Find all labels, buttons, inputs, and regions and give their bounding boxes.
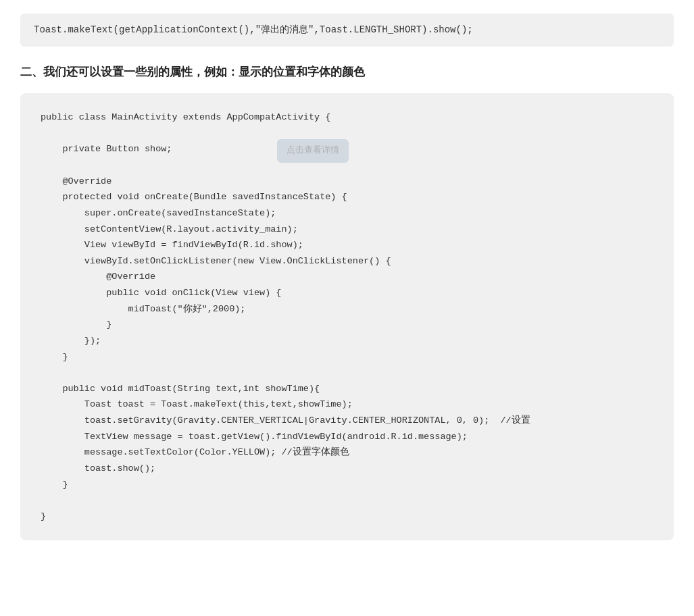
code-line: message.setTextColor(Color.YELLOW); //设置… [41, 444, 653, 461]
code-line [41, 492, 653, 509]
code-line [41, 157, 653, 174]
code-line: viewById.setOnClickListener(new View.OnC… [41, 253, 653, 270]
inline-code-text: Toast.makeText(getApplicationContext(),"… [34, 24, 473, 35]
code-line [41, 365, 653, 381]
code-line: @Override [41, 174, 653, 190]
code-line: } [41, 509, 653, 525]
code-line: }); [41, 333, 653, 349]
code-lines: public class MainActivity extends AppCom… [41, 109, 653, 524]
inline-code-snippet: Toast.makeText(getApplicationContext(),"… [20, 14, 674, 47]
code-line: } [41, 477, 653, 493]
code-line: public class MainActivity extends AppCom… [41, 109, 653, 126]
code-line: Toast toast = Toast.makeText(this,text,s… [41, 396, 653, 413]
code-line: @Override [41, 269, 653, 285]
code-line: setContentView(R.layout.activity_main); [41, 222, 653, 238]
section-heading: 二、我们还可以设置一些别的属性，例如：显示的位置和字体的颜色 [20, 63, 674, 81]
code-line: protected void onCreate(Bundle savedInst… [41, 189, 653, 205]
code-line: public void onClick(View view) { [41, 285, 653, 301]
main-code-block: 点击查看详情 public class MainActivity extends… [20, 93, 674, 540]
code-line: } [41, 317, 653, 333]
code-line [41, 126, 653, 142]
code-line: } [41, 349, 653, 365]
code-line: toast.setGravity(Gravity.CENTER_VERTICAL… [41, 413, 653, 429]
code-line: private Button show; [41, 141, 653, 157]
code-line: toast.show(); [41, 461, 653, 477]
code-line: public void midToast(String text,int sho… [41, 381, 653, 397]
code-line: super.onCreate(savedInstanceState); [41, 205, 653, 222]
code-line: midToast("你好",2000); [41, 301, 653, 317]
code-line: View viewById = findViewById(R.id.show); [41, 237, 653, 253]
code-line: TextView message = toast.getView().findV… [41, 429, 653, 445]
